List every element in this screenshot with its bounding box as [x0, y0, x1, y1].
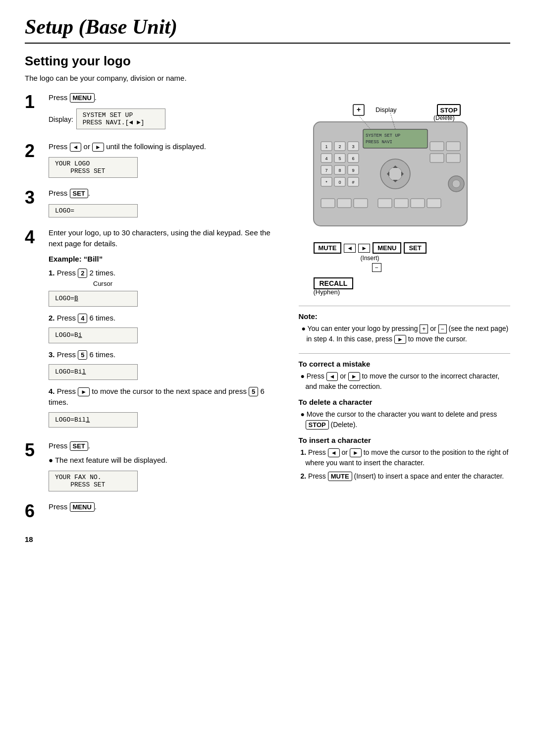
- device-svg: SYSTEM SET UP PRESS NAVI 1 2 3 4 5 6 7 8: [299, 102, 482, 246]
- key-4: 4: [78, 314, 87, 323]
- right-arrow-key-2: ►: [78, 387, 90, 396]
- step-2-content: Press ◄ or ► until the following is disp…: [49, 141, 284, 181]
- svg-rect-43: [378, 199, 392, 208]
- step-2-number: 2: [25, 142, 43, 160]
- svg-text:9: 9: [352, 168, 354, 173]
- cursor-label: Cursor: [93, 279, 112, 289]
- insert-label: (Insert): [361, 255, 379, 262]
- step-4-4-display-box: LOGO=Bill: [49, 412, 138, 428]
- svg-rect-42: [354, 199, 368, 208]
- intro-text: The logo can be your company, division o…: [25, 74, 510, 82]
- step-5-display-box: YOUR FAX NO. PRESS SET: [49, 471, 138, 491]
- delete-char-title: To delete a character: [299, 398, 511, 406]
- svg-rect-45: [411, 199, 425, 208]
- step-6-content: Press MENU.: [49, 501, 284, 516]
- step-1-text: Press MENU.: [49, 92, 284, 104]
- step-1-display-line-1: SYSTEM SET UP: [83, 111, 159, 119]
- svg-text:*: *: [325, 180, 327, 185]
- recall-section: RECALL (Hyphen): [314, 279, 511, 296]
- svg-rect-1: [363, 129, 428, 148]
- mute-label-group: MUTE ◄ ► MENU SET (Insert): [314, 242, 427, 262]
- menu-device-label: MENU: [373, 242, 401, 254]
- step-3-content: Press SET. LOGO=: [49, 188, 284, 220]
- step-4-1-display-box: LOGO=B: [49, 291, 138, 307]
- step-5-bullet: ● The next feature will be displayed.: [49, 455, 284, 466]
- step-5-line-1: YOUR FAX NO.: [55, 474, 131, 481]
- insert-section: To insert a character 1. Press ◄ or ► to…: [299, 436, 511, 482]
- svg-rect-36: [430, 154, 444, 162]
- left-arrow-ins: ◄: [328, 448, 340, 457]
- step-5: 5 Press SET. ● The next feature will be …: [25, 440, 284, 494]
- svg-text:STOP: STOP: [440, 107, 457, 114]
- note-item-1: ● You can enter your logo by pressing + …: [299, 324, 511, 344]
- insert-char-title: To insert a character: [299, 436, 511, 444]
- svg-rect-34: [430, 142, 444, 151]
- menu-key-2: MENU: [70, 502, 95, 512]
- svg-rect-37: [446, 154, 460, 162]
- correction-section: To correct a mistake ● Press ◄ or ► to m…: [299, 353, 511, 392]
- step-2-display-line-1: YOUR LOGO: [55, 160, 131, 167]
- step-4-3-display-box: LOGO=Bil: [49, 364, 138, 380]
- step-1-display-line-2: PRESS NAVI.[◄ ►]: [83, 119, 159, 126]
- set-key-2: SET: [70, 441, 88, 451]
- step-2-display-line-2: PRESS SET: [55, 167, 131, 175]
- svg-text:5: 5: [338, 156, 341, 161]
- step-2: 2 Press ◄ or ► until the following is di…: [25, 141, 284, 181]
- step-4-content: Enter your logo, up to 30 characters, us…: [49, 227, 284, 434]
- svg-point-29: [388, 167, 402, 181]
- step-4-example-label: Example: “Bill”: [49, 254, 284, 265]
- step-4: 4 Enter your logo, up to 30 characters, …: [25, 227, 284, 434]
- left-arrow-corr: ◄: [326, 372, 338, 381]
- insert-char-text-1: 1. Press ◄ or ► to move the cursor to th…: [299, 447, 511, 468]
- step-1: 1 Press MENU. Display: SYSTEM SET UP PRE…: [25, 92, 284, 134]
- step-5-text: Press SET.: [49, 440, 284, 452]
- right-arrow-inline: ►: [394, 335, 406, 344]
- step-4-2-display-box: LOGO=Bi: [49, 327, 138, 343]
- step-6: 6 Press MENU.: [25, 501, 284, 520]
- stop-key-inline: STOP: [306, 420, 329, 430]
- step-4-number: 4: [25, 228, 43, 246]
- svg-text:2: 2: [338, 144, 341, 149]
- step-1-display-label: Display:: [49, 115, 73, 123]
- step-4-sub-2: 2. Press 4 6 times. LOGO=Bi: [49, 313, 284, 346]
- svg-text:0: 0: [338, 180, 341, 185]
- step-2-text: Press ◄ or ► until the following is disp…: [49, 141, 284, 153]
- step-2-display-box: YOUR LOGO PRESS SET: [49, 157, 138, 178]
- svg-text:SYSTEM SET UP: SYSTEM SET UP: [366, 133, 400, 138]
- svg-text:(Delete): (Delete): [433, 114, 455, 121]
- step-5-line-2: PRESS SET: [55, 481, 131, 488]
- step-3-display-line-1: LOGO=: [55, 207, 131, 215]
- minus-button-area: −: [372, 263, 511, 272]
- note-section: Note: ● You can enter your logo by press…: [299, 306, 511, 344]
- step-4-sub-1: 1. Press 2 2 times. Cursor LOGO=B: [49, 268, 284, 310]
- correct-mistake-text: ● Press ◄ or ► to move the cursor to the…: [299, 371, 511, 392]
- menu-key: MENU: [70, 93, 95, 103]
- svg-rect-35: [446, 142, 460, 151]
- mute-key-inline: MUTE: [328, 472, 352, 481]
- svg-text:6: 6: [352, 156, 354, 161]
- note-title: Note:: [299, 312, 511, 321]
- step-4-text: Enter your logo, up to 30 characters, us…: [49, 227, 284, 250]
- svg-rect-40: [321, 199, 335, 208]
- step-6-text: Press MENU.: [49, 501, 284, 513]
- left-arrow-device: ◄: [344, 244, 356, 253]
- page-title: Setup (Base Unit): [25, 15, 510, 44]
- svg-text:7: 7: [325, 168, 327, 173]
- svg-point-39: [452, 180, 460, 188]
- recall-label: RECALL: [314, 277, 354, 289]
- cursor-row: Cursor LOGO=B: [49, 279, 284, 310]
- step-3-text: Press SET.: [49, 188, 284, 199]
- svg-rect-44: [394, 199, 408, 208]
- section-title: Setting your logo: [25, 54, 510, 69]
- right-arrow-corr: ►: [348, 372, 360, 381]
- step-1-display-box: SYSTEM SET UP PRESS NAVI.[◄ ►]: [76, 108, 165, 129]
- right-column: SYSTEM SET UP PRESS NAVI 1 2 3 4 5 6 7 8: [299, 92, 511, 543]
- left-arrow-key: ◄: [70, 143, 82, 152]
- plus-inline: +: [420, 324, 428, 333]
- step-1-display-row: Display: SYSTEM SET UP PRESS NAVI.[◄ ►]: [49, 107, 284, 132]
- set-key: SET: [70, 189, 88, 198]
- svg-text:Display: Display: [375, 106, 397, 113]
- svg-text:#: #: [352, 180, 354, 185]
- page-number: 18: [25, 535, 284, 543]
- svg-text:+: +: [356, 106, 360, 113]
